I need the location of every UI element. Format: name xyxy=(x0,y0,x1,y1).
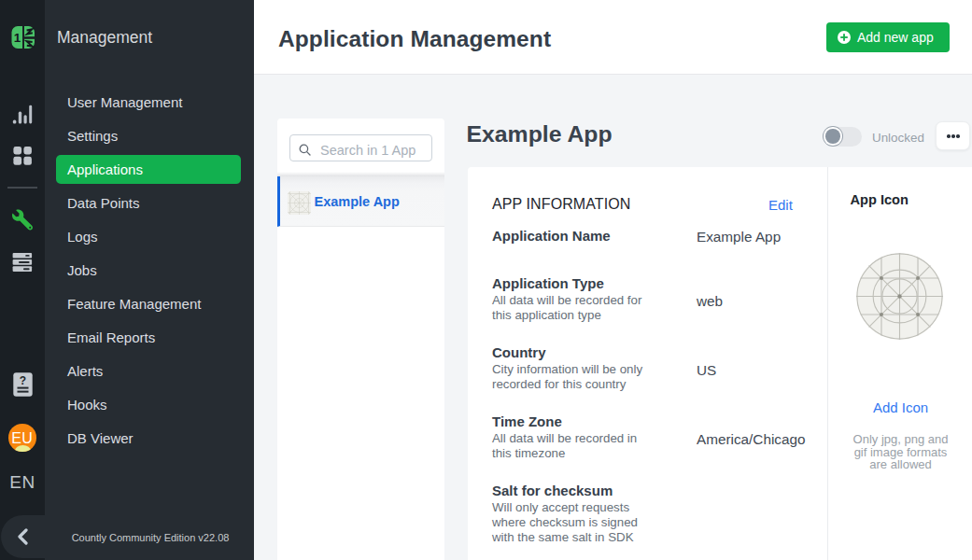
svg-text:1: 1 xyxy=(14,31,21,45)
svg-text:?: ? xyxy=(19,374,25,387)
